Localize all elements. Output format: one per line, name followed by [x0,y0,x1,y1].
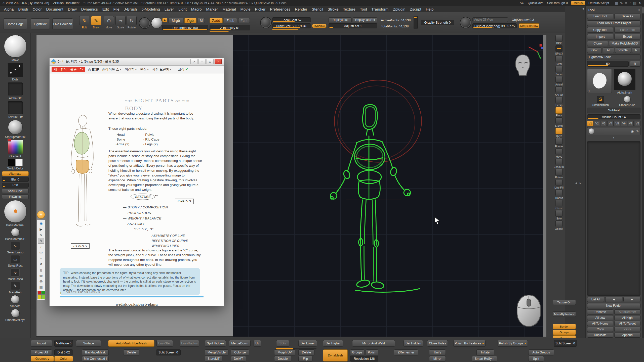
smoothvalleys-icon[interactable] [11,309,20,318]
menu-draw[interactable]: Draw [66,7,79,12]
brush-edit-icon[interactable]: ✎ [636,129,639,133]
bottom-morph-uv-button[interactable]: Morph UV [274,349,295,355]
eye-icon[interactable]: ◉ [631,129,634,133]
menu-alpha[interactable]: Alpha [2,7,16,12]
shelf-persp[interactable]: Persp [553,97,565,107]
bottom-groups-button[interactable]: Groups [350,349,364,355]
all-low-button[interactable]: All Low [587,315,613,320]
shelf-bpr[interactable]: BPR [553,35,565,45]
gradient-icon[interactable] [8,140,23,154]
bottom-lazystep-button[interactable]: LazyStep [156,340,173,347]
bottom-mergedown-button[interactable]: MergeDown [229,340,251,347]
dock-texture-on[interactable]: Texture On [553,300,576,305]
rename-button[interactable]: Rename [587,309,613,314]
zcut-button[interactable]: Zcut [238,18,250,23]
bottom-mirror-and-weld-button[interactable]: Mirror And Weld [352,340,395,347]
bottom-uv-button[interactable]: Uv [254,340,261,347]
visible-count-slider[interactable]: Visible Count 14 [587,114,640,119]
paste-tool-button[interactable]: Paste Tool [614,27,640,33]
subtool-tab-v1[interactable]: V1 [587,121,593,126]
menu-transform[interactable]: Transform [369,7,390,12]
bottom-min-connected-i-button[interactable]: Min Connected I [82,356,109,361]
menu-file[interactable]: File [111,7,122,12]
basicmaterialb-icon[interactable] [11,228,20,237]
menu-material[interactable]: Material [220,7,238,12]
shelf-aahalf[interactable]: AAHalf [553,86,565,96]
shelf-transp[interactable]: Transp [553,190,565,199]
menu-preferences[interactable]: Preferences [268,7,292,12]
menu-dynamics[interactable]: Dynamics [79,7,100,12]
circle-icon[interactable]: ◔ [629,1,631,5]
bottom-storemt-button[interactable]: StoreMT [205,356,222,361]
selectrect-icon[interactable]: ▭ [11,255,20,263]
selectlasso-icon[interactable]: ∿ [11,242,20,250]
viewer-titlebar[interactable]: 0 - 비율, 리듬 > 1 (9).jpg [1/20] - 꿀뷰 5.35 … [50,58,224,66]
pencil-icon[interactable]: ✎ [38,238,44,244]
menu-document[interactable]: Document [44,7,65,12]
replay-last-rel-button[interactable]: ReplayLastRel [353,17,377,22]
bottom-colorize-button[interactable]: Colorize [231,349,249,355]
menu-tool[interactable]: Tool [358,7,369,12]
shelf-actual[interactable]: Actual [553,76,565,86]
gravity-strength-slider[interactable]: Gravity Strength 0 [421,20,454,25]
tray-fillobject-control[interactable]: FillObject [2,194,29,199]
startupmaterial-icon[interactable] [8,120,23,134]
list-all-button[interactable]: List All [587,297,604,302]
shelf-xpose[interactable]: Xpose [553,220,565,230]
menus-button[interactable]: Menus [571,1,585,5]
dots-icon[interactable] [7,63,23,77]
angle-of-view-button[interactable]: Angle Of View [472,17,508,22]
replay-last-button[interactable]: ReplayLast [329,17,352,22]
maximize-icon[interactable]: □ [207,59,214,64]
menu-color[interactable]: Color [31,7,44,12]
zadd-button[interactable]: Zadd [210,18,223,23]
shelf-qxyz[interactable]: Qxyz [553,128,565,138]
bottom-polish-button[interactable]: Polish [366,349,378,355]
ruler-icon[interactable]: ▭ [38,250,44,255]
bottom-split-screen-0-button[interactable]: Split Screen 0 [156,349,181,355]
close-icon[interactable]: ✕ [215,59,222,64]
bottom-import-button[interactable]: Import [31,340,52,347]
color-swatch-1[interactable] [37,291,41,295]
pen-icon[interactable]: ✎ [620,1,623,5]
menu-layer[interactable]: Layer [163,7,176,12]
all-button[interactable]: All [603,48,614,53]
pin-menu-item[interactable]: 고정 ✔ [178,67,188,72]
trash-icon[interactable]: ▯ [38,267,44,273]
switchcolor-icon[interactable] [8,159,23,166]
subtool-list[interactable] [587,141,640,296]
doc-icon[interactable]: ▤ [633,1,636,5]
import-button[interactable]: Import [587,34,613,39]
shelf-rotate[interactable]: Rotate [553,169,565,179]
minimize-icon[interactable]: ─ [198,59,206,64]
grid-icon[interactable]: ▦ [615,1,618,5]
bottom-auto-mask-fibermesh-button[interactable]: Auto Mask FiberMesh [108,340,154,347]
rgb-intensity-slider[interactable]: Rgb Intensity 100 [162,25,208,30]
bottom-del-hidden-button[interactable]: Del Hidden [404,340,423,347]
screen-icon[interactable]: ▭ [38,273,44,278]
menu-brush[interactable]: Brush [16,7,30,12]
bottom-delmt-button[interactable]: DelMT [231,356,246,361]
bottom-del-lower-button[interactable]: Del Lower [298,340,317,347]
rgb-button[interactable]: Rgb [184,18,196,23]
move-mode-button[interactable]: ⊕ Move [103,16,114,29]
bottom-auto-groups-button[interactable]: Auto Groups [528,349,554,355]
shelf-frame[interactable]: Frame [553,138,565,148]
dot-icon[interactable]: • [38,255,44,261]
focal-icon[interactable] [260,17,272,28]
copy-button[interactable]: Copy [587,327,613,332]
menu-macro[interactable]: Macro [189,7,204,12]
lightbox-tools-button[interactable]: Lightbox►Tools [587,54,640,60]
eye-icon[interactable]: ◉ [38,221,44,226]
bottom-split-screen-0-button[interactable]: Split Screen 0 [554,340,577,347]
bottom-polish-by-features-button[interactable]: Polish By Features [453,340,486,347]
z-intensity-slider[interactable]: Z Intensity 51 [210,25,250,30]
mrgb-button[interactable]: Mrgb [169,18,183,23]
scale-mode-button[interactable]: ▱ Scale [115,16,126,29]
subtool-tab-v8[interactable]: V8 [634,121,640,126]
grid-icon[interactable]: ▦ [38,284,44,290]
subtool-tab-v3[interactable]: V3 [601,121,607,126]
draw-size-slider[interactable]: Draw Size 533.19946 [272,23,311,28]
copy-tool-button[interactable]: Copy Tool [587,27,613,33]
viewer-menu-item[interactable]: 책갈피 [125,67,137,71]
